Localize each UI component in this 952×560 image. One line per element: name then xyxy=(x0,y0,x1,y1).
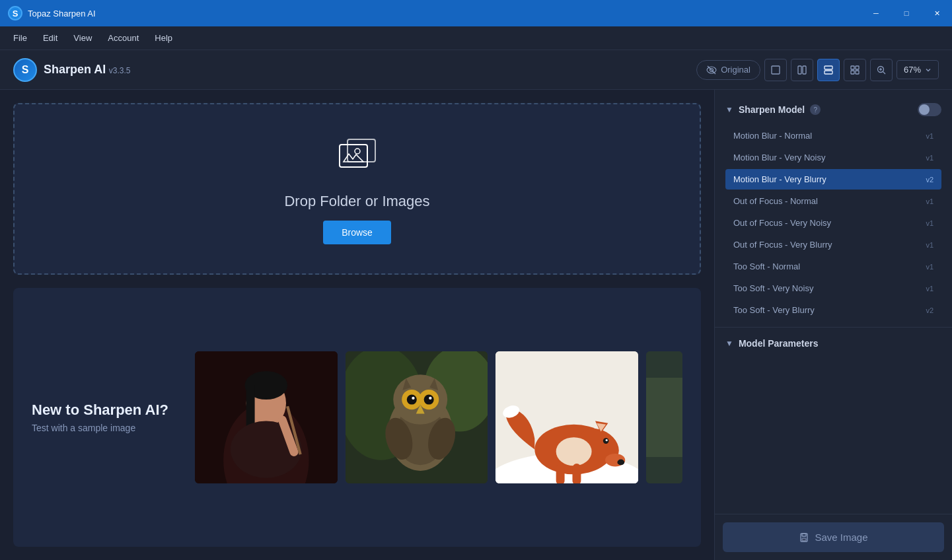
model-item[interactable]: Too Soft - Very Noisy v1 xyxy=(725,278,941,298)
section-chevron-icon: ▼ xyxy=(725,105,733,114)
drop-zone-text: Drop Folder or Images xyxy=(284,193,429,210)
menu-account[interactable]: Account xyxy=(100,30,147,46)
section-toggle xyxy=(918,103,941,116)
menu-help[interactable]: Help xyxy=(147,30,180,46)
browse-button[interactable]: Browse xyxy=(323,221,391,244)
model-version: v2 xyxy=(926,306,934,314)
model-version: v1 xyxy=(926,197,934,205)
close-button[interactable]: ✕ xyxy=(922,0,952,26)
title-bar: S Topaz Sharpen AI ─ □ ✕ xyxy=(0,0,952,26)
main-layout: Drop Folder or Images Browse New to Shar… xyxy=(0,90,952,560)
content-area: Drop Folder or Images Browse New to Shar… xyxy=(0,90,714,560)
model-item[interactable]: Too Soft - Very Blurry v2 xyxy=(725,300,941,320)
model-version: v1 xyxy=(926,263,934,271)
window-controls: ─ □ ✕ xyxy=(861,0,952,26)
zoom-level-text: 67% xyxy=(904,65,921,75)
model-name: Too Soft - Very Noisy xyxy=(733,283,922,293)
brand-text: Sharpen AI v3.3.5 xyxy=(44,63,131,77)
zoom-icon xyxy=(876,65,887,75)
view-grid-button[interactable] xyxy=(844,59,866,81)
model-item[interactable]: Too Soft - Normal v1 xyxy=(725,256,941,277)
model-item[interactable]: Motion Blur - Very Noisy v1 xyxy=(725,147,941,168)
brand-icon: S xyxy=(13,58,37,82)
toolbar-controls: Original xyxy=(696,59,939,81)
section-header: ▼ Sharpen Model ? xyxy=(725,103,941,116)
sample-subtext: Test with a sample image xyxy=(32,423,168,433)
model-name: Out of Focus - Normal xyxy=(733,196,922,206)
minimize-button[interactable]: ─ xyxy=(861,0,891,26)
chevron-down-icon xyxy=(925,67,932,73)
brand-version: v3.3.5 xyxy=(109,66,131,75)
svg-line-12 xyxy=(883,71,885,74)
save-icon xyxy=(799,532,809,543)
sidebar: ▼ Sharpen Model ? Motion Blur - Normal v… xyxy=(714,90,952,560)
svg-point-57 xyxy=(606,439,608,441)
app-icon: S xyxy=(8,6,22,20)
svg-rect-52 xyxy=(556,464,565,483)
model-name: Out of Focus - Very Noisy xyxy=(733,218,922,228)
svg-rect-16 xyxy=(340,145,367,167)
original-label: Original xyxy=(721,65,751,75)
menu-file[interactable]: File xyxy=(5,30,35,46)
sample-heading: New to Sharpen AI? xyxy=(32,402,168,419)
grid-icon xyxy=(850,65,860,75)
drop-zone[interactable]: Drop Folder or Images Browse xyxy=(13,103,701,275)
toolbar: S Sharpen AI v3.3.5 Original xyxy=(0,50,952,90)
model-item[interactable]: Motion Blur - Normal v1 xyxy=(725,125,941,146)
svg-rect-3 xyxy=(798,66,801,74)
zoom-level-button[interactable]: 67% xyxy=(897,60,939,79)
model-item[interactable]: Out of Focus - Normal v1 xyxy=(725,191,941,211)
sample-image-woman[interactable] xyxy=(195,351,338,483)
params-title: Model Parameters xyxy=(739,338,819,349)
model-version: v1 xyxy=(926,132,934,140)
model-name: Too Soft - Normal xyxy=(733,262,922,271)
model-version: v1 xyxy=(926,241,934,249)
original-button[interactable]: Original xyxy=(696,60,760,80)
svg-point-40 xyxy=(429,397,431,400)
menu-edit[interactable]: Edit xyxy=(35,30,65,46)
svg-rect-59 xyxy=(646,378,682,457)
maximize-button[interactable]: □ xyxy=(891,0,922,26)
params-chevron-icon: ▼ xyxy=(725,339,733,348)
split-v-icon xyxy=(797,65,807,75)
view-split-v-button[interactable] xyxy=(791,59,813,81)
menu-bar: File Edit View Account Help xyxy=(0,26,952,50)
model-name: Too Soft - Very Blurry xyxy=(733,305,922,315)
model-version: v1 xyxy=(926,219,934,227)
svg-rect-6 xyxy=(824,71,832,74)
model-version: v1 xyxy=(926,154,934,162)
eye-icon xyxy=(706,65,717,75)
sample-image-fox[interactable] xyxy=(495,351,638,483)
sample-section: New to Sharpen AI? Test with a sample im… xyxy=(13,288,701,547)
model-item[interactable]: Out of Focus - Very Blurry v1 xyxy=(725,234,941,255)
svg-point-49 xyxy=(618,460,625,466)
menu-view[interactable]: View xyxy=(65,30,100,46)
model-version: v1 xyxy=(926,285,934,293)
model-list: Motion Blur - Normal v1 Motion Blur - Ve… xyxy=(725,125,941,320)
save-image-button[interactable]: Save Image xyxy=(723,522,944,552)
svg-rect-22 xyxy=(246,385,255,428)
model-name: Motion Blur - Very Noisy xyxy=(733,153,922,162)
brand-name: Sharpen AI xyxy=(44,63,106,76)
model-item[interactable]: Motion Blur - Very Blurry v2 xyxy=(725,169,941,190)
sample-text: New to Sharpen AI? Test with a sample im… xyxy=(32,402,168,433)
help-icon[interactable]: ? xyxy=(810,104,821,115)
model-item[interactable]: Out of Focus - Very Noisy v1 xyxy=(725,213,941,233)
single-view-icon xyxy=(770,65,781,75)
drop-images-icon xyxy=(334,134,381,182)
model-name: Out of Focus - Very Blurry xyxy=(733,240,922,250)
sample-image-partial[interactable] xyxy=(646,351,682,483)
model-parameters-section: ▼ Model Parameters xyxy=(715,327,952,368)
svg-rect-62 xyxy=(802,538,806,541)
svg-point-39 xyxy=(412,397,414,400)
view-single-button[interactable] xyxy=(764,59,787,81)
sample-image-owl[interactable] xyxy=(346,351,488,483)
view-split-h-button[interactable] xyxy=(817,59,840,81)
zoom-search-button[interactable] xyxy=(870,59,893,81)
svg-point-17 xyxy=(355,149,360,154)
sample-images xyxy=(195,351,682,483)
model-name: Motion Blur - Very Blurry xyxy=(733,174,922,184)
toggle-switch[interactable] xyxy=(918,103,941,116)
sharpen-model-section: ▼ Sharpen Model ? Motion Blur - Normal v… xyxy=(715,90,952,327)
svg-rect-2 xyxy=(772,66,780,74)
